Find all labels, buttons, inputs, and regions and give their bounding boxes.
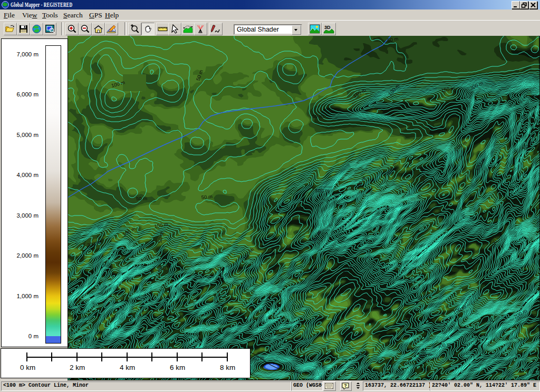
svg-text:500 m: 500 m <box>315 188 329 193</box>
svg-text:50 m: 50 m <box>312 113 323 119</box>
svg-text:50 m: 50 m <box>201 193 213 200</box>
svg-text:400: 400 <box>532 93 540 99</box>
svg-text:50 m: 50 m <box>136 195 147 201</box>
svg-text:3D: 3D <box>324 25 331 30</box>
svg-text:100 m: 100 m <box>419 169 426 183</box>
svg-text:?: ? <box>344 383 347 388</box>
